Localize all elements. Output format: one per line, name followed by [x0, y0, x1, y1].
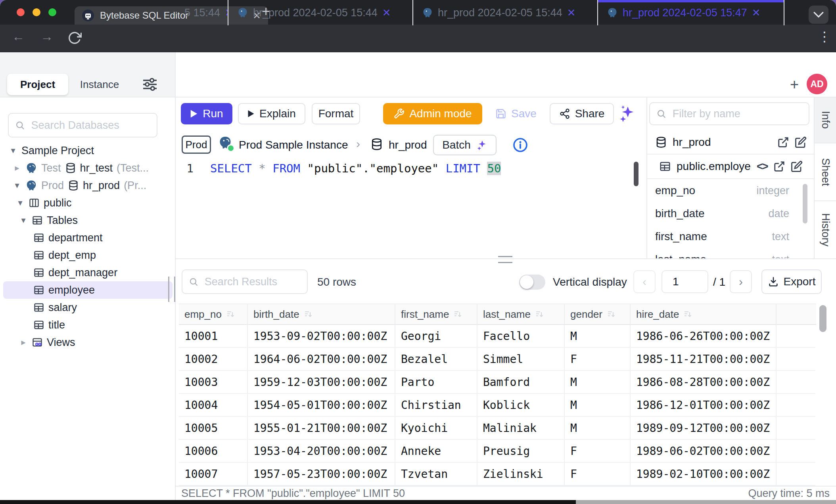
sidebar-resize-handle[interactable]: [168, 277, 175, 302]
column-list-scrollbar[interactable]: [803, 184, 807, 223]
next-page-button[interactable]: ›: [730, 270, 752, 293]
download-icon: [768, 276, 779, 287]
schema-filter-input[interactable]: [672, 107, 802, 120]
reload-button[interactable]: [67, 31, 82, 45]
external-link-icon[interactable]: [773, 160, 785, 172]
panel-resize-handle[interactable]: [498, 256, 512, 263]
query-tab-2[interactable]: hr_prod 2024-02-05 15:44 ✕: [228, 0, 413, 25]
side-tab-sheet[interactable]: Sheet: [814, 143, 836, 201]
tree-item-hr-test[interactable]: ▸ Test hr_test (Test...: [0, 159, 176, 177]
tree-item-schema-public[interactable]: ▾ public: [0, 194, 176, 212]
prev-page-button[interactable]: ‹: [633, 270, 656, 293]
schema-filter[interactable]: [649, 102, 809, 125]
column-header-gender[interactable]: gender: [565, 304, 631, 324]
tab-search-button[interactable]: [809, 6, 828, 24]
editor-scrollbar[interactable]: [634, 162, 639, 186]
column-header-first-name[interactable]: first_name: [395, 304, 477, 324]
tree-item-project[interactable]: ▾ Sample Project: [0, 142, 176, 159]
tree-item-table-dept-emp[interactable]: dept_emp: [0, 246, 176, 264]
page-number: 1: [673, 275, 679, 288]
column-header-last-name[interactable]: last_name: [477, 304, 565, 324]
header-label: first_name: [401, 308, 449, 321]
tree-item-table-title[interactable]: title: [0, 316, 176, 334]
edit-icon[interactable]: [795, 136, 807, 148]
query-tab-3[interactable]: hr_prod 2024-02-05 15:44 ✕: [413, 0, 598, 25]
tree-item-table-employee-selected[interactable]: employee: [3, 281, 173, 299]
traffic-zoom-button[interactable]: [48, 8, 56, 16]
close-icon[interactable]: ✕: [225, 7, 228, 19]
page-total: / 1: [713, 276, 725, 288]
traffic-minimize-button[interactable]: [33, 8, 40, 16]
new-query-tab-button[interactable]: +: [790, 76, 799, 93]
back-button[interactable]: ←: [12, 29, 25, 44]
tree-item-table-salary[interactable]: salary: [0, 299, 176, 316]
explain-button[interactable]: Explain: [238, 103, 305, 124]
forward-button[interactable]: →: [40, 29, 53, 44]
tree-item-table-department[interactable]: department: [0, 229, 176, 246]
close-icon[interactable]: ✕: [382, 7, 391, 19]
query-tab-4-active[interactable]: hr_prod 2024-02-05 15:47 ✕: [598, 0, 784, 25]
table-cell: 10001: [179, 325, 248, 348]
result-search-input[interactable]: [204, 275, 301, 288]
table-cell: 1989-02-10T00:00:00Z: [631, 463, 777, 486]
table-cell: Bezalel: [395, 348, 477, 371]
external-link-icon[interactable]: [777, 136, 789, 148]
export-button[interactable]: Export: [761, 269, 822, 294]
table-cell: Anneke: [395, 440, 477, 463]
tab-project[interactable]: Project: [7, 74, 68, 95]
side-tab-history[interactable]: History: [814, 201, 836, 259]
query-tab-label: 5 15:44: [184, 7, 220, 19]
close-icon[interactable]: ✕: [567, 7, 576, 19]
table-cell: Kyoichi: [395, 417, 477, 440]
database-search[interactable]: [8, 113, 157, 137]
edit-icon[interactable]: [791, 160, 803, 172]
query-time: Query time: 5 ms: [748, 487, 830, 500]
table-cell: Bamford: [477, 371, 565, 394]
batch-label: Batch: [442, 139, 471, 151]
column-header-hire-date[interactable]: hire_date: [631, 304, 777, 324]
table-icon: [33, 232, 44, 243]
batch-button[interactable]: Batch: [433, 135, 497, 155]
tree-label: Tables: [47, 214, 78, 227]
table-cell: 1986-08-28T00:00:00Z: [631, 371, 777, 394]
info-panel-table-name: public.employee: [677, 160, 751, 173]
share-icon: [559, 108, 570, 119]
save-button[interactable]: Save: [491, 103, 541, 124]
environment-badge: Prod: [182, 136, 211, 154]
result-search[interactable]: [182, 269, 308, 294]
ai-sparkle-icon[interactable]: [617, 104, 636, 124]
views-icon: [32, 337, 43, 348]
browser-menu-icon[interactable]: ⋮: [818, 29, 831, 44]
tree-item-table-dept-manager[interactable]: dept_manager: [0, 264, 176, 281]
wrench-icon: [393, 108, 405, 119]
vertical-display-toggle[interactable]: [519, 275, 545, 290]
page-number-input[interactable]: 1: [662, 270, 708, 293]
tab-instance[interactable]: Instance: [68, 74, 131, 95]
postgres-icon: [237, 7, 248, 18]
admin-mode-button[interactable]: Admin mode: [383, 103, 482, 124]
search-icon: [656, 108, 666, 119]
side-tab-info[interactable]: Info: [814, 97, 836, 143]
table-cell: [777, 371, 815, 394]
filter-sliders-icon[interactable]: [141, 78, 159, 91]
info-circle-icon[interactable]: [512, 137, 528, 153]
save-label: Save: [511, 107, 537, 120]
traffic-close-button[interactable]: [17, 8, 25, 16]
tree-item-views-group[interactable]: ▸ Views: [0, 334, 176, 351]
close-icon[interactable]: ✕: [752, 7, 761, 19]
column-header-emp-no[interactable]: emp_no: [179, 304, 248, 324]
format-button[interactable]: Format: [312, 103, 360, 124]
results-scrollbar[interactable]: [819, 305, 826, 332]
avatar[interactable]: AD: [807, 74, 827, 94]
tree-item-hr-prod[interactable]: ▾ Prod hr_prod (Pr...: [0, 177, 176, 194]
run-button[interactable]: Run: [181, 103, 232, 124]
tree-label: department: [48, 232, 103, 244]
query-tab-1[interactable]: 5 15:44 ✕: [176, 0, 228, 25]
database-icon: [370, 138, 383, 151]
tree-item-tables-group[interactable]: ▾ Tables: [0, 212, 176, 229]
database-search-input[interactable]: [31, 119, 150, 132]
caret-down-icon: ▾: [9, 145, 17, 156]
code-icon[interactable]: <>: [757, 160, 768, 173]
column-header-birth-date[interactable]: birth_date: [248, 304, 395, 324]
share-button[interactable]: Share: [550, 103, 614, 124]
